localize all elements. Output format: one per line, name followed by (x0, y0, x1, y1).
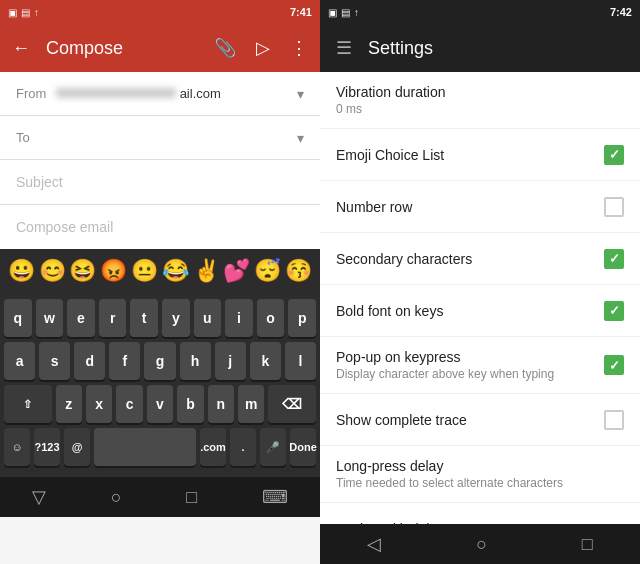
bold-font-checkbox[interactable] (604, 301, 624, 321)
emoji-8[interactable]: 💕 (223, 258, 250, 284)
status-bar-left: ▣ ▤ ↑ 7:41 (0, 0, 320, 24)
key-d[interactable]: d (74, 342, 105, 380)
setting-keyboard-height[interactable]: Keyboard height (320, 503, 640, 524)
key-123[interactable]: ?123 (34, 428, 60, 466)
emoji-4[interactable]: 😡 (100, 258, 127, 284)
emoji-3[interactable]: 😆 (69, 258, 96, 284)
setting-bold-font[interactable]: Bold font on keys (320, 285, 640, 337)
left-status-time: 7:41 (290, 6, 312, 18)
key-t[interactable]: t (130, 299, 158, 337)
long-press-subtitle: Time needed to select alternate characte… (336, 476, 624, 490)
key-h[interactable]: h (180, 342, 211, 380)
compose-placeholder: Compose email (16, 219, 113, 235)
key-v[interactable]: v (147, 385, 173, 423)
emoji-10[interactable]: 😚 (285, 258, 312, 284)
left-status-icons: ▣ ▤ ↑ (8, 7, 39, 18)
setting-number-row[interactable]: Number row (320, 181, 640, 233)
key-y[interactable]: y (162, 299, 190, 337)
key-w[interactable]: w (36, 299, 64, 337)
key-done[interactable]: Done (290, 428, 316, 466)
nav-keyboard-icon[interactable]: ⌨ (262, 486, 288, 508)
right-nav-back-icon[interactable]: ◁ (367, 533, 381, 555)
setting-emoji-choice-list[interactable]: Emoji Choice List (320, 129, 640, 181)
key-j[interactable]: j (215, 342, 246, 380)
number-row-checkbox[interactable] (604, 197, 624, 217)
nav-home-icon[interactable]: ○ (111, 487, 122, 508)
key-backspace[interactable]: ⌫ (268, 385, 316, 423)
key-f[interactable]: f (109, 342, 140, 380)
key-shift[interactable]: ⇧ (4, 385, 52, 423)
key-a[interactable]: a (4, 342, 35, 380)
more-options-icon[interactable]: ⋮ (286, 33, 312, 63)
settings-title: Settings (368, 38, 624, 59)
key-m[interactable]: m (238, 385, 264, 423)
key-dotcom[interactable]: .com (200, 428, 226, 466)
right-status-icons: ▣ ▤ ↑ (328, 7, 359, 18)
right-icon-2: ▤ (341, 7, 350, 18)
emoji-9[interactable]: 😴 (254, 258, 281, 284)
key-p[interactable]: p (288, 299, 316, 337)
complete-trace-title: Show complete trace (336, 412, 604, 428)
compose-area[interactable]: Compose email (0, 205, 320, 249)
emoji-5[interactable]: 😐 (131, 258, 158, 284)
from-label: From (16, 86, 56, 101)
vibration-duration-title: Vibration duration (336, 84, 445, 100)
key-mic[interactable]: 🎤 (260, 428, 286, 466)
key-g[interactable]: g (144, 342, 175, 380)
key-r[interactable]: r (99, 299, 127, 337)
key-emoji[interactable]: ☺ (4, 428, 30, 466)
key-u[interactable]: u (194, 299, 222, 337)
key-period[interactable]: . (230, 428, 256, 466)
keyboard-row-4: ☺ ?123 @ .com . 🎤 Done (4, 428, 316, 466)
secondary-chars-checkbox[interactable] (604, 249, 624, 269)
right-status-time: 7:42 (610, 6, 632, 18)
key-c[interactable]: c (116, 385, 142, 423)
key-s[interactable]: s (39, 342, 70, 380)
setting-secondary-characters[interactable]: Secondary characters (320, 233, 640, 285)
back-button[interactable]: ← (8, 34, 34, 63)
number-row-title: Number row (336, 199, 604, 215)
emoji-2[interactable]: 😊 (39, 258, 66, 284)
key-space[interactable] (94, 428, 196, 466)
complete-trace-text: Show complete trace (336, 412, 604, 428)
to-field[interactable]: To ▾ (0, 116, 320, 160)
number-row-text: Number row (336, 199, 604, 215)
compose-toolbar: ← Compose 📎 ▷ ⋮ (0, 24, 320, 72)
vibration-duration-value: 0 ms (336, 102, 362, 116)
key-k[interactable]: k (250, 342, 281, 380)
keyboard: q w e r t y u i o p a s d f g h j k l ⇧ … (0, 293, 320, 477)
hamburger-menu-icon[interactable]: ☰ (336, 37, 352, 59)
nav-back-icon[interactable]: ▽ (32, 486, 46, 508)
key-e[interactable]: e (67, 299, 95, 337)
nav-recents-icon[interactable]: □ (186, 487, 197, 508)
send-icon[interactable]: ▷ (252, 33, 274, 63)
emoji-bar: 😀 😊 😆 😡 😐 😂 ✌️ 💕 😴 😚 (0, 249, 320, 293)
attach-icon[interactable]: 📎 (210, 33, 240, 63)
setting-complete-trace[interactable]: Show complete trace (320, 394, 640, 446)
popup-keypress-checkbox[interactable] (604, 355, 624, 375)
key-n[interactable]: n (208, 385, 234, 423)
setting-long-press-delay[interactable]: Long-press delay Time needed to select a… (320, 446, 640, 503)
emoji-1[interactable]: 😀 (8, 258, 35, 284)
app-icon-2: ▤ (21, 7, 30, 18)
key-q[interactable]: q (4, 299, 32, 337)
key-l[interactable]: l (285, 342, 316, 380)
emoji-6[interactable]: 😂 (162, 258, 189, 284)
left-panel: ▣ ▤ ↑ 7:41 ← Compose 📎 ▷ ⋮ From ail.com … (0, 0, 320, 564)
key-z[interactable]: z (56, 385, 82, 423)
subject-field[interactable]: Subject (0, 160, 320, 205)
setting-popup-keypress[interactable]: Pop-up on keypress Display character abo… (320, 337, 640, 394)
to-chevron-icon: ▾ (297, 130, 304, 146)
key-b[interactable]: b (177, 385, 203, 423)
right-nav-recents-icon[interactable]: □ (582, 534, 593, 555)
bold-font-title: Bold font on keys (336, 303, 604, 319)
key-at[interactable]: @ (64, 428, 90, 466)
setting-vibration-duration[interactable]: Vibration duration 0 ms (320, 72, 640, 129)
key-o[interactable]: o (257, 299, 285, 337)
complete-trace-checkbox[interactable] (604, 410, 624, 430)
emoji-choice-checkbox[interactable] (604, 145, 624, 165)
key-i[interactable]: i (225, 299, 253, 337)
emoji-7[interactable]: ✌️ (193, 258, 220, 284)
key-x[interactable]: x (86, 385, 112, 423)
right-nav-home-icon[interactable]: ○ (476, 534, 487, 555)
